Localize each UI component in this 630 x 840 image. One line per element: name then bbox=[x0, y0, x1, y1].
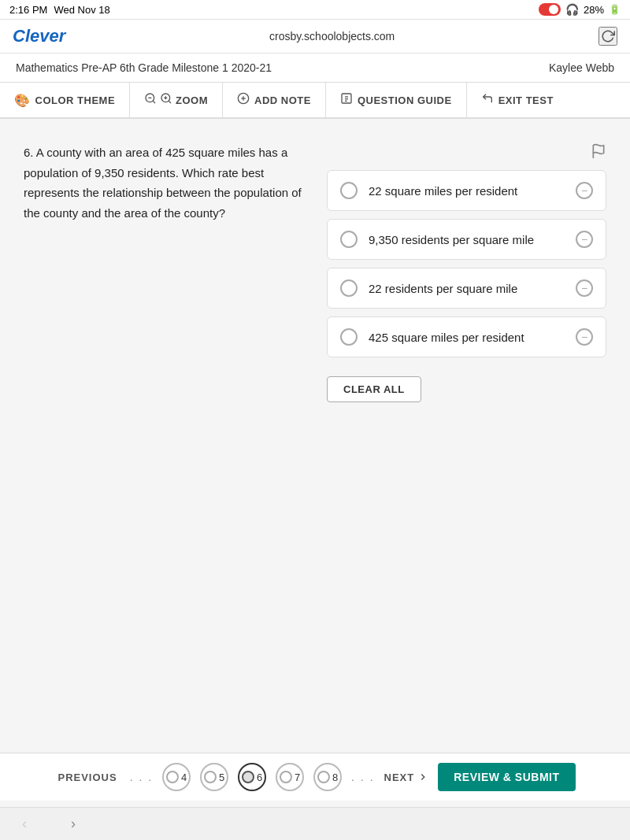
page-title: Mathematics Pre-AP 6th Grade Milestone 1… bbox=[16, 61, 272, 74]
status-bar-right: 🎧 28% 🔋 bbox=[539, 3, 621, 16]
time: 2:16 PM bbox=[9, 4, 47, 16]
answer-text-d: 425 square miles per resident bbox=[369, 329, 565, 346]
bottom-nav: PREVIOUS . . . 4 5 6 7 8 . . . NEXT REVI… bbox=[0, 753, 630, 801]
flag-button[interactable] bbox=[591, 142, 606, 164]
header: Mathematics Pre-AP 6th Grade Milestone 1… bbox=[0, 54, 630, 83]
zoom-out-icon bbox=[144, 92, 157, 108]
next-button[interactable]: NEXT bbox=[384, 772, 429, 783]
question-guide-label: QUESTION GUIDE bbox=[358, 94, 452, 106]
add-note-button[interactable]: ADD NOTE bbox=[223, 83, 326, 117]
question-text: 6. A county with an area of 425 square m… bbox=[24, 142, 303, 223]
radio-b bbox=[340, 231, 358, 248]
answers-section: 22 square miles per resident − 9,350 res… bbox=[327, 142, 606, 654]
page-4-button[interactable]: 4 bbox=[162, 763, 191, 791]
page-7-button[interactable]: 7 bbox=[276, 763, 304, 791]
eliminate-btn-c[interactable]: − bbox=[576, 279, 593, 297]
browser-back-button[interactable]: ‹ bbox=[16, 814, 33, 834]
url-text: crosby.schoolobjects.com bbox=[269, 30, 395, 43]
palette-icon: 🎨 bbox=[14, 93, 31, 108]
battery: 28% bbox=[584, 4, 604, 16]
page-5-button[interactable]: 5 bbox=[200, 763, 228, 791]
color-theme-button[interactable]: 🎨 COLOR THEME bbox=[0, 83, 130, 117]
radio-d bbox=[340, 328, 358, 346]
page-8-button[interactable]: 8 bbox=[313, 763, 342, 791]
radio-a bbox=[340, 182, 358, 199]
exit-test-button[interactable]: EXIT TEST bbox=[467, 83, 568, 117]
answer-option-b[interactable]: 9,350 residents per square mile − bbox=[327, 219, 606, 260]
add-note-label: ADD NOTE bbox=[254, 94, 311, 106]
answer-option-a[interactable]: 22 square miles per resident − bbox=[327, 170, 606, 211]
clear-all-button[interactable]: CLEAR ALL bbox=[327, 376, 421, 402]
record-icon bbox=[539, 3, 561, 16]
battery-icon: 🔋 bbox=[609, 4, 621, 15]
answer-option-c[interactable]: 22 residents per square mile − bbox=[327, 268, 606, 309]
svg-line-1 bbox=[153, 101, 155, 103]
question-guide-icon bbox=[340, 92, 353, 108]
eliminate-btn-b[interactable]: − bbox=[576, 231, 593, 248]
clever-logo: Clever bbox=[13, 26, 65, 46]
zoom-in-icon bbox=[160, 92, 172, 108]
browser-bottom: ‹ › bbox=[0, 807, 630, 840]
answer-text-a: 22 square miles per resident bbox=[369, 183, 565, 199]
previous-button[interactable]: PREVIOUS bbox=[54, 768, 120, 786]
question-wrapper: 6. A county with an area of 425 square m… bbox=[0, 119, 630, 670]
zoom-label: ZOOM bbox=[176, 94, 208, 106]
url-bar: Clever crosby.schoolobjects.com bbox=[0, 20, 630, 54]
headphones-icon: 🎧 bbox=[565, 3, 579, 16]
refresh-button[interactable] bbox=[598, 27, 617, 46]
question-body: A county with an area of 425 square mile… bbox=[24, 146, 302, 220]
eliminate-btn-a[interactable]: − bbox=[576, 182, 593, 199]
page-6-button[interactable]: 6 bbox=[238, 763, 266, 791]
radio-c bbox=[340, 279, 358, 297]
date: Wed Nov 18 bbox=[54, 4, 109, 16]
svg-line-4 bbox=[169, 101, 171, 103]
user-name: Kaylee Webb bbox=[549, 61, 614, 74]
status-bar-left: 2:16 PM Wed Nov 18 bbox=[9, 4, 110, 16]
zoom-button[interactable]: ZOOM bbox=[130, 83, 223, 117]
color-theme-label: COLOR THEME bbox=[35, 94, 116, 106]
nav-dots-right: . . . bbox=[351, 771, 374, 783]
record-dot bbox=[549, 5, 558, 14]
status-bar: 2:16 PM Wed Nov 18 🎧 28% 🔋 bbox=[0, 0, 630, 20]
question-guide-button[interactable]: QUESTION GUIDE bbox=[326, 83, 467, 117]
add-note-icon bbox=[237, 92, 250, 108]
question-number: 6. bbox=[24, 146, 34, 159]
browser-forward-button[interactable]: › bbox=[65, 814, 82, 834]
eliminate-btn-d[interactable]: − bbox=[576, 328, 593, 346]
review-submit-button[interactable]: REVIEW & SUBMIT bbox=[438, 763, 575, 791]
answer-text-b: 9,350 residents per square mile bbox=[369, 231, 565, 248]
toolbar: 🎨 COLOR THEME ZOOM ADD NOTE QUESTION GUI… bbox=[0, 83, 630, 119]
question-section: 6. A county with an area of 425 square m… bbox=[24, 142, 303, 654]
nav-dots-left: . . . bbox=[130, 771, 153, 783]
exit-test-label: EXIT TEST bbox=[498, 94, 554, 106]
answer-option-d[interactable]: 425 square miles per resident − bbox=[327, 316, 606, 357]
answer-text-c: 22 residents per square mile bbox=[369, 280, 565, 297]
exit-test-icon bbox=[481, 92, 494, 108]
flag-area bbox=[327, 142, 606, 164]
